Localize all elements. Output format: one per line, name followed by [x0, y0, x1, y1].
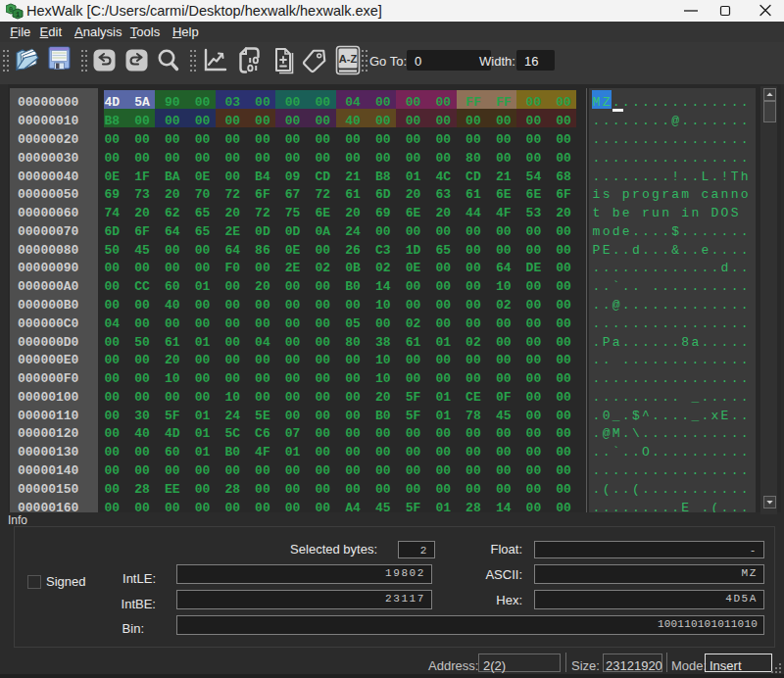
svg-text:0: 0	[9, 6, 13, 14]
svg-text:1: 1	[16, 11, 20, 19]
svg-text:A-Z: A-Z	[339, 53, 358, 65]
